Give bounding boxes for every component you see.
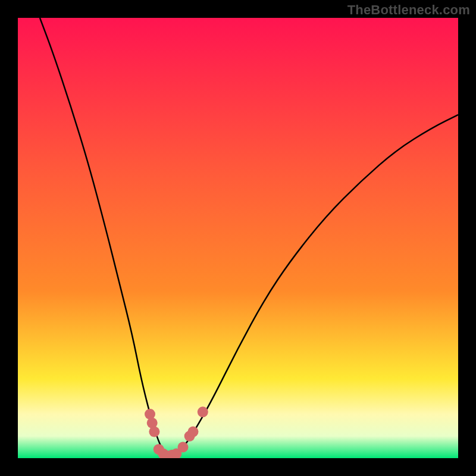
curve-marker xyxy=(178,442,189,453)
chart-frame: TheBottleneck.com xyxy=(0,0,476,476)
bottleneck-chart xyxy=(18,18,458,458)
curve-marker xyxy=(188,427,199,437)
watermark-text: TheBottleneck.com xyxy=(347,2,470,18)
plot-area xyxy=(18,18,458,458)
gradient-background xyxy=(18,18,458,458)
curve-marker xyxy=(149,427,159,437)
curve-marker xyxy=(198,406,208,417)
